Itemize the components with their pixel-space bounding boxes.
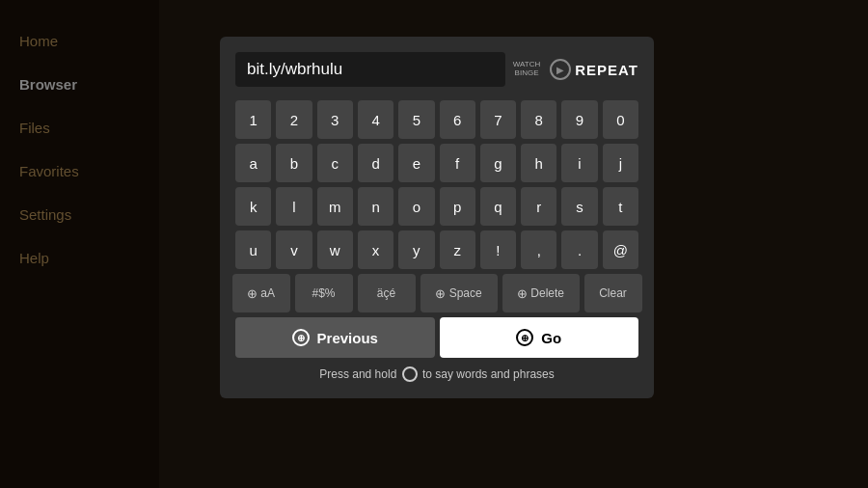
key-row-usymbols: u v w x y z ! , . @ xyxy=(235,230,638,269)
key-s[interactable]: s xyxy=(561,187,597,226)
key-l[interactable]: l xyxy=(276,187,312,226)
key-accents[interactable]: äçé xyxy=(358,274,416,312)
previous-icon: ⊕ xyxy=(292,329,310,346)
key-6[interactable]: 6 xyxy=(440,100,475,139)
key-g[interactable]: g xyxy=(480,144,516,182)
key-d[interactable]: d xyxy=(358,144,393,182)
key-y[interactable]: y xyxy=(398,230,434,269)
voice-hint: Press and hold to say words and phrases xyxy=(235,367,638,383)
key-q[interactable]: q xyxy=(480,187,516,226)
key-f[interactable]: f xyxy=(440,144,475,182)
key-b[interactable]: b xyxy=(276,144,312,182)
key-0[interactable]: 0 xyxy=(603,100,638,139)
key-space[interactable]: ⊕ Space xyxy=(420,274,498,312)
key-9[interactable]: 9 xyxy=(561,100,597,139)
go-icon: ⊕ xyxy=(516,329,533,346)
repeat-label: REPEAT xyxy=(575,62,638,78)
key-w[interactable]: w xyxy=(317,230,353,269)
key-7[interactable]: 7 xyxy=(480,100,516,139)
key-row-numbers: 1 2 3 4 5 6 7 8 9 0 xyxy=(235,100,638,139)
key-clear[interactable]: Clear xyxy=(584,274,642,312)
key-at[interactable]: @ xyxy=(603,230,638,269)
key-r[interactable]: r xyxy=(521,187,556,226)
key-i[interactable]: i xyxy=(561,144,597,182)
key-delete[interactable]: ⊕ Delete xyxy=(502,274,580,312)
action-row: ⊕ Previous ⊕ Go xyxy=(235,317,638,358)
keyboard-dialog: WATCH BINGE ▶ REPEAT 1 2 3 4 5 6 7 8 9 0… xyxy=(220,37,654,398)
previous-button[interactable]: ⊕ Previous xyxy=(235,317,435,358)
watch-binge-label: WATCH BINGE xyxy=(513,61,540,78)
key-caps[interactable]: ⊕ aA xyxy=(232,274,290,312)
key-j[interactable]: j xyxy=(603,144,638,182)
key-m[interactable]: m xyxy=(317,187,353,226)
key-v[interactable]: v xyxy=(276,230,312,269)
virtual-keyboard: 1 2 3 4 5 6 7 8 9 0 a b c d e f g h i j … xyxy=(235,100,638,312)
key-4[interactable]: 4 xyxy=(358,100,393,139)
key-z[interactable]: z xyxy=(440,230,475,269)
key-3[interactable]: 3 xyxy=(317,100,353,139)
key-e[interactable]: e xyxy=(398,144,434,182)
key-row-aj: a b c d e f g h i j xyxy=(235,144,638,182)
key-h[interactable]: h xyxy=(521,144,556,182)
key-u[interactable]: u xyxy=(235,230,271,269)
key-period[interactable]: . xyxy=(561,230,597,269)
key-a[interactable]: a xyxy=(235,144,271,182)
key-n[interactable]: n xyxy=(358,187,393,226)
url-input[interactable] xyxy=(235,52,505,87)
key-row-special: ⊕ aA #$% äçé ⊕ Space ⊕ Delete Clear xyxy=(235,274,638,312)
key-1[interactable]: 1 xyxy=(235,100,271,139)
key-o[interactable]: o xyxy=(398,187,434,226)
play-icon: ▶ xyxy=(550,59,571,80)
mic-icon xyxy=(402,366,418,382)
key-comma[interactable]: , xyxy=(521,230,556,269)
key-5[interactable]: 5 xyxy=(398,100,434,139)
key-exclaim[interactable]: ! xyxy=(480,230,516,269)
key-k[interactable]: k xyxy=(235,187,271,226)
go-button[interactable]: ⊕ Go xyxy=(440,317,639,358)
watch-binge-button[interactable]: ▶ REPEAT xyxy=(550,59,638,80)
key-2[interactable]: 2 xyxy=(276,100,312,139)
key-c[interactable]: c xyxy=(317,144,353,182)
key-x[interactable]: x xyxy=(358,230,393,269)
key-8[interactable]: 8 xyxy=(521,100,556,139)
key-p[interactable]: p xyxy=(440,187,475,226)
url-row: WATCH BINGE ▶ REPEAT xyxy=(235,52,638,87)
key-row-kt: k l m n o p q r s t xyxy=(235,187,638,226)
key-symbols[interactable]: #$% xyxy=(295,274,353,312)
key-t[interactable]: t xyxy=(603,187,638,226)
